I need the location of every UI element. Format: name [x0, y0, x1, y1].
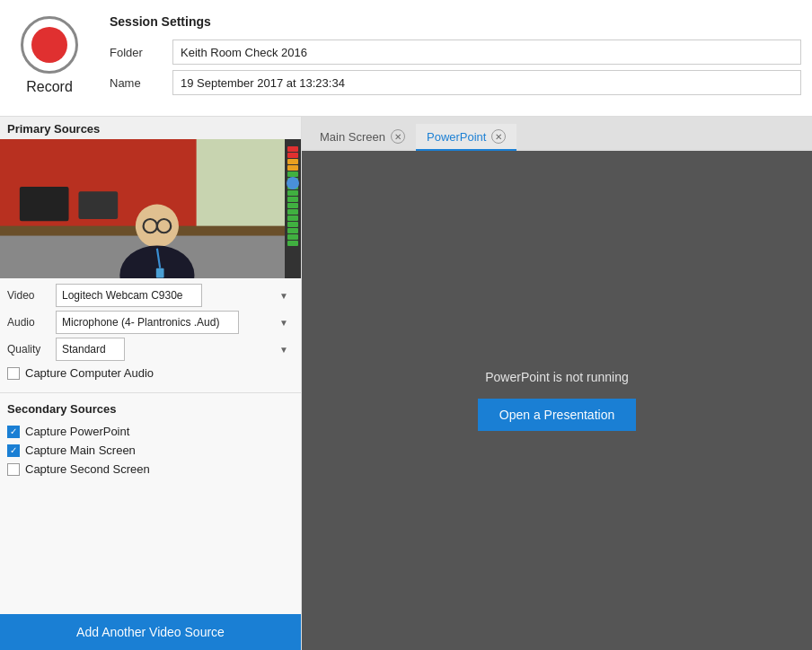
- video-select[interactable]: Logitech Webcam C930e: [56, 284, 202, 307]
- powerpoint-status-text: PowerPoint is not running: [485, 370, 629, 384]
- record-circle-icon[interactable]: [21, 16, 78, 74]
- audio-select-arrow-icon: ▼: [279, 318, 288, 328]
- left-panel: Primary Sources: [0, 117, 302, 650]
- name-label: Name: [110, 76, 172, 90]
- session-settings-panel: Session Settings Folder Name: [99, 7, 812, 108]
- capture-main-screen-label: Capture Main Screen: [25, 444, 136, 457]
- audio-select[interactable]: Microphone (4- Plantronics .Aud): [56, 311, 239, 334]
- volume-bar-green-10: [287, 228, 298, 233]
- divider: [0, 392, 301, 393]
- volume-bar-green-5: [287, 197, 298, 202]
- volume-bar-red-2: [287, 153, 298, 158]
- tabs-bar: Main Screen ✕ PowerPoint ✕: [302, 117, 812, 151]
- open-presentation-button[interactable]: Open a Presentation: [478, 399, 636, 431]
- secondary-sources-label: Secondary Sources: [0, 397, 301, 419]
- video-label: Video: [7, 289, 52, 302]
- capture-second-screen-checkbox[interactable]: [7, 463, 20, 476]
- tab-powerpoint[interactable]: PowerPoint ✕: [416, 124, 516, 151]
- volume-bar-green-9: [287, 222, 298, 227]
- capture-main-screen-row[interactable]: ✓ Capture Main Screen: [7, 442, 294, 459]
- add-video-source-button[interactable]: Add Another Video Source: [0, 614, 301, 650]
- folder-row: Folder: [110, 40, 801, 65]
- quality-select[interactable]: StandardHighLow: [56, 338, 125, 361]
- volume-bar-green-7: [287, 209, 298, 215]
- volume-slider-handle[interactable]: [287, 177, 299, 189]
- capture-powerpoint-checkbox[interactable]: ✓: [7, 426, 20, 438]
- svg-rect-4: [20, 187, 69, 221]
- video-preview-area: [0, 139, 301, 278]
- video-preview-image: [0, 139, 285, 278]
- volume-bar-green-12: [287, 241, 298, 246]
- quality-select-wrapper[interactable]: StandardHighLow ▼: [56, 338, 294, 361]
- video-control-row: Video Logitech Webcam C930e ▼: [7, 284, 294, 307]
- volume-bar-red-1: [287, 146, 298, 152]
- quality-control-row: Quality StandardHighLow ▼: [7, 338, 294, 361]
- controls-area: Video Logitech Webcam C930e ▼ Audio Micr…: [0, 278, 301, 389]
- record-button[interactable]: Record: [0, 7, 99, 104]
- tab-main-screen[interactable]: Main Screen ✕: [309, 124, 416, 149]
- capture-powerpoint-row[interactable]: ✓ Capture PowerPoint: [7, 423, 294, 440]
- tab-powerpoint-close-icon[interactable]: ✕: [491, 129, 506, 144]
- tab-main-screen-label: Main Screen: [320, 130, 385, 144]
- folder-label: Folder: [110, 46, 172, 59]
- capture-second-screen-row[interactable]: Capture Second Screen: [7, 461, 294, 478]
- record-dot-icon: [31, 27, 67, 63]
- volume-bar-green-6: [287, 203, 298, 208]
- svg-rect-12: [156, 268, 164, 278]
- audio-select-wrapper[interactable]: Microphone (4- Plantronics .Aud) ▼: [56, 311, 294, 334]
- tab-powerpoint-label: PowerPoint: [427, 130, 486, 144]
- video-select-wrapper[interactable]: Logitech Webcam C930e ▼: [56, 284, 294, 307]
- right-panel: Main Screen ✕ PowerPoint ✕ PowerPoint is…: [302, 117, 812, 650]
- name-row: Name: [110, 70, 801, 95]
- volume-bar-green-8: [287, 215, 298, 221]
- capture-computer-audio-row[interactable]: Capture Computer Audio: [7, 365, 294, 382]
- video-select-arrow-icon: ▼: [279, 291, 288, 301]
- session-settings-title: Session Settings: [110, 14, 801, 29]
- svg-rect-1: [197, 139, 285, 231]
- secondary-sources-checkboxes: ✓ Capture PowerPoint ✓ Capture Main Scre…: [0, 419, 301, 483]
- volume-meter[interactable]: [285, 139, 301, 278]
- capture-computer-audio-label: Capture Computer Audio: [25, 366, 154, 380]
- record-label: Record: [26, 79, 73, 95]
- audio-control-row: Audio Microphone (4- Plantronics .Aud) ▼: [7, 311, 294, 334]
- main-content: Primary Sources: [0, 117, 812, 650]
- capture-powerpoint-label: Capture PowerPoint: [25, 425, 129, 438]
- volume-bar-yellow-2: [287, 165, 298, 171]
- capture-computer-audio-checkbox[interactable]: [7, 367, 20, 380]
- volume-bar-yellow-1: [287, 159, 298, 164]
- volume-bar-green-4: [287, 190, 298, 196]
- primary-sources-label: Primary Sources: [0, 117, 301, 139]
- tab-main-screen-close-icon[interactable]: ✕: [391, 129, 405, 144]
- svg-rect-5: [78, 191, 118, 219]
- quality-select-arrow-icon: ▼: [279, 345, 288, 355]
- name-input[interactable]: [172, 70, 801, 95]
- quality-label: Quality: [7, 343, 52, 356]
- audio-label: Audio: [7, 316, 52, 329]
- preview-area: PowerPoint is not running Open a Present…: [302, 151, 812, 650]
- capture-second-screen-label: Capture Second Screen: [25, 462, 150, 476]
- volume-bar-green-11: [287, 234, 298, 240]
- video-preview-svg: [0, 139, 285, 278]
- capture-main-screen-checkbox[interactable]: ✓: [7, 444, 20, 457]
- folder-input[interactable]: [172, 40, 801, 65]
